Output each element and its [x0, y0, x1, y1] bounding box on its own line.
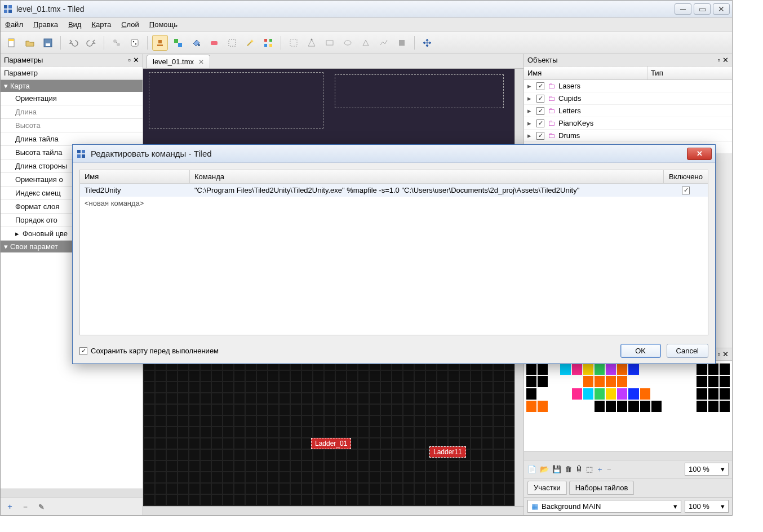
menu-layer[interactable]: Слой	[121, 20, 139, 29]
panel-close-icon[interactable]: ✕	[133, 56, 139, 64]
ts-add-icon[interactable]: ＋	[596, 464, 604, 475]
new-command-label: <новая команда>	[80, 197, 190, 210]
prop-orientation[interactable]: Ориентация	[1, 92, 143, 105]
ts-remove-icon[interactable]: −	[607, 465, 611, 473]
menu-file[interactable]: Файл	[5, 20, 23, 29]
tileset-zoom[interactable]: 100 %▾	[685, 463, 729, 476]
svg-rect-16	[178, 43, 182, 47]
stamp-tool-icon[interactable]	[152, 35, 168, 51]
save-file-icon[interactable]	[40, 35, 56, 51]
new-command-row[interactable]: <новая команда>	[80, 197, 708, 210]
object-row[interactable]: ▸✓🗀Lasers	[524, 80, 732, 92]
minimize-button[interactable]: ─	[675, 3, 691, 15]
menu-edit[interactable]: Правка	[33, 20, 58, 29]
folder-icon: 🗀	[548, 82, 555, 90]
new-file-icon[interactable]	[4, 35, 20, 51]
same-tile-select-icon[interactable]	[260, 35, 276, 51]
edit-polygon-icon[interactable]	[304, 35, 320, 51]
object-label-ladder01[interactable]: Ladder_01	[311, 438, 351, 449]
menu-view[interactable]: Вид	[68, 20, 82, 29]
tileset-hscroll[interactable]	[524, 451, 732, 460]
edit-property-icon[interactable]: ✎	[36, 502, 47, 512]
panel-close-icon[interactable]: ✕	[722, 350, 729, 358]
insert-rect-icon[interactable]	[322, 35, 338, 51]
properties-hscroll[interactable]	[1, 489, 143, 498]
object-row[interactable]: ▸✓🗀Drums	[524, 130, 732, 142]
object-checkbox[interactable]: ✓	[536, 82, 544, 90]
object-row[interactable]: ▸✓🗀Cupids	[524, 92, 732, 105]
object-row[interactable]: ▸✓🗀PianoKeys	[524, 117, 732, 130]
command-name-cell[interactable]: Tiled2Unity	[80, 184, 190, 197]
remove-property-icon[interactable]: −	[20, 502, 31, 512]
tileset-view[interactable]	[524, 361, 732, 451]
ts-open-icon[interactable]: 📂	[540, 465, 549, 473]
tab-terrains[interactable]: Участки	[527, 481, 567, 495]
menu-help[interactable]: Помощь	[149, 20, 178, 29]
col-enabled[interactable]: Включено	[664, 170, 708, 183]
tab-tilesets[interactable]: Наборы тайлов	[569, 481, 635, 495]
random-icon[interactable]	[127, 35, 143, 51]
redo-icon[interactable]	[83, 35, 99, 51]
move-icon[interactable]	[419, 35, 435, 51]
panel-close-icon[interactable]: ✕	[722, 56, 729, 64]
insert-polygon-icon[interactable]	[358, 35, 374, 51]
ts-props-icon[interactable]: 🛢	[575, 465, 583, 473]
prop-height[interactable]: Высота	[1, 119, 143, 132]
col-command[interactable]: Команда	[190, 170, 664, 183]
close-button[interactable]: ✕	[713, 3, 730, 15]
object-label: PianoKeys	[558, 119, 593, 127]
panel-float-icon[interactable]: ▫	[717, 56, 720, 64]
ts-save-icon[interactable]: 💾	[552, 465, 561, 473]
undo-icon[interactable]	[65, 35, 81, 51]
dialog-title: Редактировать команды - Tiled	[91, 149, 687, 158]
add-property-icon[interactable]: ＋	[4, 502, 15, 512]
tileset-select[interactable]: ▦ Background MAIN ▾	[527, 500, 681, 513]
fill-tool-icon[interactable]	[188, 35, 204, 51]
svg-rect-23	[269, 44, 272, 47]
insert-ellipse-icon[interactable]	[340, 35, 356, 51]
objects-col-name[interactable]: Имя	[524, 66, 647, 79]
command-cmd-cell[interactable]: "C:\Program Files\Tiled2Unity\Tiled2Unit…	[190, 184, 664, 197]
objects-col-type[interactable]: Тип	[647, 66, 732, 79]
canvas-hscroll[interactable]	[143, 506, 524, 515]
ts-new-icon[interactable]: 📄	[527, 465, 536, 473]
dialog-titlebar: Редактировать команды - Tiled ✕	[73, 145, 715, 163]
command-row[interactable]: Tiled2Unity "C:\Program Files\Tiled2Unit…	[80, 184, 708, 197]
map-zoom[interactable]: 100 %▾	[685, 500, 729, 513]
ts-delete-icon[interactable]: 🗑	[565, 465, 572, 473]
maximize-button[interactable]: ▭	[694, 3, 711, 15]
object-checkbox[interactable]: ✓	[536, 107, 544, 115]
eraser-tool-icon[interactable]	[206, 35, 222, 51]
object-checkbox[interactable]: ✓	[536, 95, 544, 103]
insert-tile-icon[interactable]	[394, 35, 410, 51]
rect-select-icon[interactable]	[224, 35, 240, 51]
prop-group-map[interactable]: ▾Карта	[1, 80, 143, 92]
object-label-ladder11[interactable]: Ladder11	[429, 446, 466, 458]
dialog-close-button[interactable]: ✕	[687, 148, 712, 160]
svg-rect-21	[269, 39, 272, 42]
cancel-button[interactable]: Cancel	[667, 344, 708, 358]
object-row[interactable]: ▸✓🗀Letters	[524, 105, 732, 117]
save-before-run-checkbox[interactable]: ✓ Сохранить карту перед выполнением	[79, 347, 219, 355]
document-tabs: level_01.tmx ✕	[143, 54, 524, 69]
insert-polyline-icon[interactable]	[376, 35, 392, 51]
tab-close-icon[interactable]: ✕	[198, 58, 204, 66]
objects-title-text: Объекты	[527, 56, 558, 64]
object-checkbox[interactable]: ✓	[536, 119, 544, 127]
ok-button[interactable]: OK	[620, 344, 661, 358]
svg-rect-1	[8, 5, 12, 8]
document-tab[interactable]: level_01.tmx ✕	[147, 55, 210, 68]
select-object-icon[interactable]	[286, 35, 301, 51]
open-file-icon[interactable]	[22, 35, 38, 51]
ts-edit-icon[interactable]: ⬚	[586, 465, 593, 473]
prop-length[interactable]: Длина	[1, 105, 143, 119]
terrain-tool-icon[interactable]	[170, 35, 186, 51]
panel-float-icon[interactable]: ▫	[128, 56, 131, 64]
panel-float-icon[interactable]: ▫	[717, 350, 720, 358]
command-icon[interactable]	[109, 35, 125, 51]
col-name[interactable]: Имя	[80, 170, 190, 183]
object-checkbox[interactable]: ✓	[536, 132, 544, 140]
magic-wand-icon[interactable]	[242, 35, 258, 51]
menu-map[interactable]: Карта	[91, 20, 111, 29]
command-enabled-checkbox[interactable]: ✓	[682, 187, 690, 194]
